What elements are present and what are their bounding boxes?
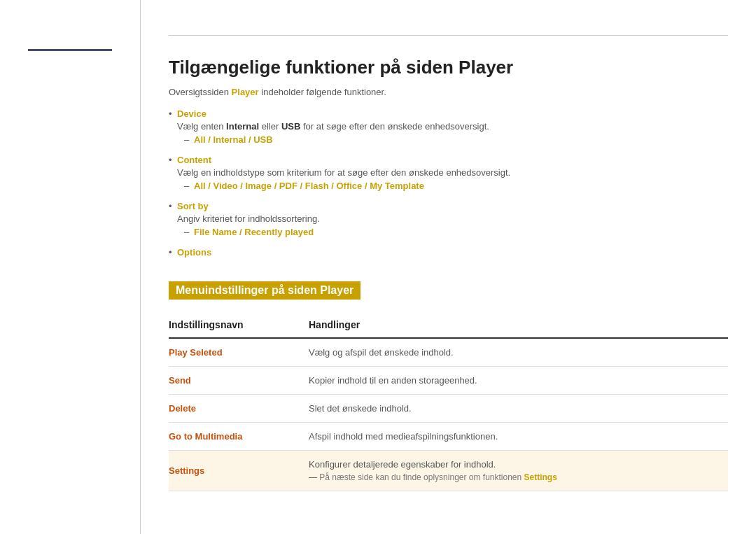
content-sub-item: All / Video / Image / PDF / Flash / Offi… <box>184 181 728 191</box>
table-row: Send Kopier indhold til en anden storage… <box>169 367 728 395</box>
sort-by-sub-list: File Name / Recently played <box>177 227 728 237</box>
sort-by-desc: Angiv kriteriet for indholdssortering. <box>177 213 728 224</box>
device-sub-list: All / Internal / USB <box>177 134 728 145</box>
intro-paragraph: Oversigtssiden Player indeholder følgend… <box>169 87 728 97</box>
page-title: Tilgængelige funktioner på siden Player <box>169 57 728 78</box>
setting-name-delete: Delete <box>169 395 309 423</box>
table-row: Play Seleted Vælg og afspil det ønskede … <box>169 338 728 367</box>
setting-desc-send: Kopier indhold til en anden storageenhed… <box>309 367 728 395</box>
sidebar-decoration-line <box>28 49 112 51</box>
content-label: Content <box>177 155 728 165</box>
setting-desc-goto: Afspil indhold med medieafspilningsfunkt… <box>309 423 728 451</box>
setting-desc-settings: Konfigurer detaljerede egenskaber for in… <box>309 451 728 491</box>
content-sub-list: All / Video / Image / PDF / Flash / Offi… <box>177 181 728 191</box>
content-desc: Vælg en indholdstype som kriterium for a… <box>177 167 728 178</box>
col-header-name: Indstillingsnavn <box>169 314 309 338</box>
table-row: Go to Multimedia Afspil indhold med medi… <box>169 423 728 451</box>
sort-by-label: Sort by <box>177 201 728 211</box>
device-sub-item: All / Internal / USB <box>184 134 728 145</box>
left-sidebar <box>0 0 140 534</box>
intro-post-text: indeholder følgende funktioner. <box>261 87 386 97</box>
features-list: Device Vælg enten Internal eller USB for… <box>169 108 728 258</box>
setting-name-play: Play Seleted <box>169 338 309 367</box>
intro-pre-text: Oversigtssiden <box>169 87 229 97</box>
page-container: Tilgængelige funktioner på siden Player … <box>0 0 756 534</box>
col-header-actions: Handlinger <box>309 314 728 338</box>
list-item-device: Device Vælg enten Internal eller USB for… <box>169 108 728 145</box>
settings-note: ― På næste side kan du finde oplysninger… <box>309 472 728 482</box>
section-heading: Menuindstillinger på siden Player <box>169 281 360 300</box>
setting-desc-play: Vælg og afspil det ønskede indhold. <box>309 338 728 367</box>
table-row: Settings Konfigurer detaljerede egenskab… <box>169 451 728 491</box>
settings-note-highlight: Settings <box>524 472 557 482</box>
main-content: Tilgængelige funktioner på siden Player … <box>140 0 756 534</box>
setting-desc-delete: Slet det ønskede indhold. <box>309 395 728 423</box>
setting-name-settings: Settings <box>169 451 309 491</box>
device-label: Device <box>177 108 728 119</box>
table-header-row: Indstillingsnavn Handlinger <box>169 314 728 338</box>
top-divider-line <box>169 35 728 36</box>
list-item-content: Content Vælg en indholdstype som kriteri… <box>169 155 728 191</box>
sort-by-sub-item: File Name / Recently played <box>184 227 728 237</box>
list-item-sort-by: Sort by Angiv kriteriet for indholdssort… <box>169 201 728 237</box>
options-label: Options <box>177 247 728 258</box>
setting-name-send: Send <box>169 367 309 395</box>
intro-highlight: Player <box>232 87 259 97</box>
list-item-options: Options <box>169 247 728 258</box>
device-desc: Vælg enten Internal eller USB for at søg… <box>177 121 728 132</box>
table-row: Delete Slet det ønskede indhold. <box>169 395 728 423</box>
settings-table: Indstillingsnavn Handlinger Play Seleted… <box>169 314 728 491</box>
setting-name-goto: Go to Multimedia <box>169 423 309 451</box>
